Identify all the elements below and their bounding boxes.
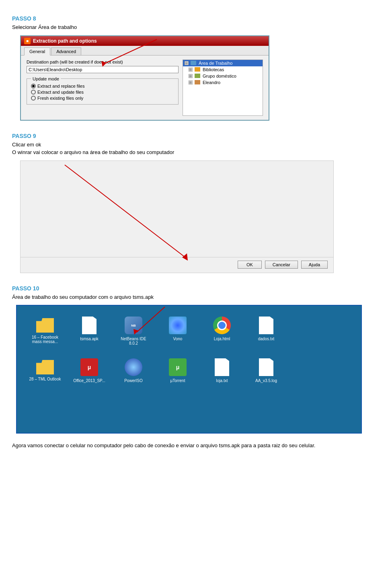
update-mode-legend: Update mode [31,76,61,81]
folder-icon-grupo [195,74,200,78]
update-mode-group: Update mode Extract and replace files Ex… [27,76,179,105]
passo10-screenshot: 16 – Facebook mass messa... tsmsa.apk NB… [16,305,362,434]
tree-item-eleandro[interactable]: ⊞ Eleandro [183,79,263,86]
tree-label-grupo: Grupo doméstico [203,74,236,78]
radio-label-1: Extract and replace files [37,84,84,88]
tree-item-desktop[interactable]: ⊞ Área de Trabalho [183,60,263,66]
footer-text: Agora vamos conectar o celular no comput… [12,442,374,450]
dest-path-input[interactable]: C:\Users\Eleandro\Desktop [27,66,179,73]
radio-extract-update[interactable]: Extract and update files [31,90,174,95]
dialog-body: Destination path (will be created if doe… [21,56,269,120]
icon-loja-html: Loja.html [200,314,244,347]
icon-poweriso: PowerISO [111,356,156,385]
log-icon-aa [259,358,273,376]
icon-dados-label: dados.txt [246,337,286,341]
passo10-label: PASSO 10 [12,285,374,292]
icon-aa-log-label: AA_v3.5.log [246,378,286,383]
cancel-button[interactable]: Cancelar [265,261,298,269]
passo8-label: PASSO 8 [12,15,374,22]
passo8-section: PASSO 8 Selecionar Área de trabalho ■ Ex… [12,15,374,121]
icon-tsmsa-apk: tsmsa.apk [67,314,111,347]
radio-extract-replace[interactable]: Extract and replace files [31,84,174,88]
txt-icon-dados [259,317,273,334]
radio-label-3: Fresh existing files only [37,96,83,101]
icon-netbeans-label: NetBeans IDE 8.0.2 [113,337,154,345]
icon-loja-txt-label: loja.txt [202,378,242,383]
passo9-screenshot: OK Cancelar Ajuda [20,160,334,273]
desktop-icons-row1: 16 – Facebook mass messa... tsmsa.apk NB… [17,306,361,347]
icon-facebook: 16 – Facebook mass messa... [23,314,67,347]
netbeans-icon: NB [125,317,142,334]
expand-icon-2: ⊞ [189,68,193,72]
tab-general[interactable]: General [24,47,50,56]
dialog-left-panel: Destination path (will be created if doe… [27,60,179,116]
passo9-label: PASSO 9 [12,133,374,139]
dialog-empty-area [21,161,333,249]
icon-aa-log: AA_v3.5.log [244,356,288,385]
txt-icon-loja [215,358,229,376]
passo10-wrapper: 16 – Facebook mass messa... tsmsa.apk NB… [12,305,374,434]
ok-button[interactable]: OK [238,261,262,269]
titlebar-icon: ■ [24,38,31,44]
chrome-icon [213,317,231,334]
folder-icon-bibliotecas [195,67,200,72]
icon-poweriso-label: PowerISO [113,378,154,383]
icon-tml-label: 28 – TML Outlook [25,377,65,381]
tree-label-eleandro: Eleandro [203,80,220,85]
folder-icon-desktop [191,61,196,65]
tree-item-grupo[interactable]: ⊞ Grupo doméstico [183,73,263,79]
dialog-button-row: OK Cancelar Ajuda [21,257,333,273]
passo9-desc: Clicar em ok O winrar vai colocar o arqu… [12,141,374,156]
passo9-line1: Clicar em ok [12,142,41,148]
help-button[interactable]: Ajuda [301,261,328,269]
icon-utorrent-label: µTorrent [158,378,198,383]
radio-dot-2 [31,90,36,95]
icon-loja-html-label: Loja.html [202,337,242,341]
dialog-titlebar: ■ Extraction path and options [21,36,269,46]
poweriso-icon [125,358,142,376]
folder-tree[interactable]: ⊞ Área de Trabalho ⊞ Bibliotecas ⊞ [183,60,263,116]
icon-tsmsa-label: tsmsa.apk [69,337,109,341]
passo10-section: PASSO 10 Área de trabalho do seu computa… [12,285,374,434]
radio-fresh-only[interactable]: Fresh existing files only [31,96,174,101]
footer-content: Agora vamos conectar o celular no comput… [12,442,315,448]
icon-vono: Vono [156,314,200,347]
passo8-screenshot: ■ Extraction path and options General Ad… [20,35,277,121]
folder-icon-eleandro [195,80,200,84]
desktop-icons-row2: 28 – TML Outlook μ Office_2013_SP... Pow… [17,347,361,385]
torrent-icon: μ [80,358,98,376]
dialog-title: Extraction path and options [33,38,97,44]
tab-advanced[interactable]: Advanced [51,47,81,55]
icon-vono-label: Vono [158,337,198,341]
icon-office-label: Office_2013_SP... [69,378,109,383]
utorrent-icon: μ [169,358,187,376]
expand-icon-3: ⊞ [189,74,193,78]
icon-netbeans: NB NetBeans IDE 8.0.2 [111,314,156,347]
icon-office-torrent: μ Office_2013_SP... [67,356,111,385]
apk-icon [82,317,96,334]
icon-loja-txt: loja.txt [200,356,244,385]
icon-utorrent: μ µTorrent [156,356,200,385]
folder-icon-facebook [36,318,54,333]
expand-icon: ⊞ [185,61,189,65]
winrar-dialog: ■ Extraction path and options General Ad… [20,35,269,121]
icon-dados-txt: dados.txt [244,314,288,347]
radio-label-2: Extract and update files [37,90,84,95]
dialog-tabs: General Advanced [21,46,269,56]
tree-panel-container: ⊞ Área de Trabalho ⊞ Bibliotecas ⊞ [183,60,263,116]
passo9-section: PASSO 9 Clicar em ok O winrar vai coloca… [12,133,374,273]
tree-item-bibliotecas[interactable]: ⊞ Bibliotecas [183,66,263,73]
radio-dot-1 [31,84,36,88]
tree-label-desktop: Área de Trabalho [199,61,232,66]
icon-tml-outlook: 28 – TML Outlook [23,356,67,385]
vono-icon [169,317,187,334]
passo8-desc: Selecionar Área de trabalho [12,23,374,31]
passo10-desc: Área de trabalho do seu computador com o… [12,293,374,301]
passo9-line2: O winrar vai colocar o arquivo na área d… [12,149,174,155]
tree-label-bibliotecas: Bibliotecas [203,67,224,72]
dest-path-label: Destination path (will be created if doe… [27,60,179,64]
radio-dot-3 [31,96,36,101]
folder-icon-tml [36,360,54,374]
expand-icon-4: ⊞ [189,80,193,84]
icon-facebook-label: 16 – Facebook mass messa... [25,335,65,344]
